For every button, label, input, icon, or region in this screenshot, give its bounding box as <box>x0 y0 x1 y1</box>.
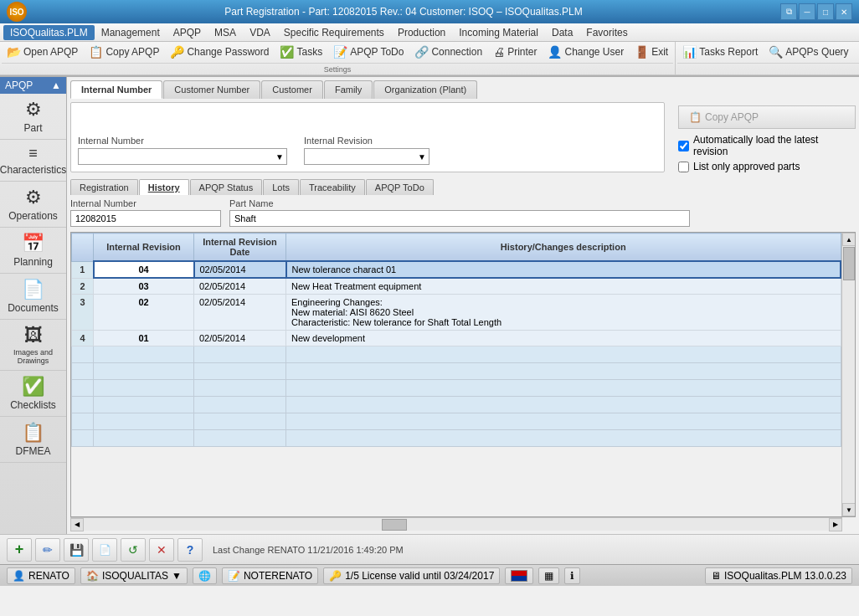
horizontal-scrollbar[interactable]: ◀ ▶ <box>70 517 842 531</box>
status-info: ℹ <box>564 567 580 584</box>
fmea-tasks-btn[interactable]: 📋FMEA Tasks <box>855 43 859 61</box>
restore-btn[interactable]: ⧉ <box>780 3 797 20</box>
barcode-icon: ▦ <box>544 570 553 582</box>
tasks-btn[interactable]: ✅Tasks <box>275 43 327 61</box>
sidebar-collapse-btn[interactable]: ▲ <box>51 80 61 91</box>
scroll-track[interactable] <box>842 246 855 503</box>
copy-apqp-toolbar-btn[interactable]: 📋Copy APQP <box>84 43 164 61</box>
scroll-down-btn[interactable]: ▼ <box>842 503 856 516</box>
sub-tab-apqp-todo[interactable]: APQP ToDo <box>366 179 434 195</box>
maximize-btn[interactable]: □ <box>817 3 834 20</box>
dropdown-arrow-icon: ▼ <box>172 570 182 582</box>
list-approved-checkbox-item[interactable]: List only approved parts <box>678 161 856 172</box>
sub-tab-lots[interactable]: Lots <box>263 179 299 195</box>
vertical-scrollbar[interactable]: ▲ ▼ <box>841 233 855 516</box>
open-apqp-btn[interactable]: 📂Open APQP <box>2 43 83 61</box>
table-row[interactable]: 2 03 02/05/2014 New Heat Treatment equip… <box>72 278 841 295</box>
help-bottom-btn[interactable]: ? <box>177 538 203 562</box>
sub-tab-traceability[interactable]: Traceability <box>300 179 365 195</box>
tasks-report-btn[interactable]: 📊Tasks Report <box>677 43 763 61</box>
tab-customer-number[interactable]: Customer Number <box>163 80 260 99</box>
checklists-icon: ✅ <box>22 376 44 398</box>
sidebar-item-documents[interactable]: 📄 Documents <box>0 274 66 320</box>
menu-incoming[interactable]: Incoming Material <box>452 25 545 40</box>
status-company[interactable]: 🏠 ISOQUALITAS ▼ <box>80 567 188 584</box>
menu-specific[interactable]: Specific Requirements <box>277 25 391 40</box>
sidebar-item-operations[interactable]: ⚙ Operations <box>0 182 66 228</box>
empty-row <box>72 380 841 397</box>
history-table: Internal Revision Internal Revision Date… <box>71 233 841 447</box>
sidebar-item-dfmea[interactable]: 📋 DFMEA <box>0 417 66 463</box>
scroll-thumb[interactable] <box>843 247 855 280</box>
tab-internal-number[interactable]: Internal Number <box>70 80 162 99</box>
version-icon: 🖥 <box>711 570 721 582</box>
tab-customer[interactable]: Customer <box>261 80 323 99</box>
printer-btn[interactable]: 🖨Printer <box>488 43 542 61</box>
status-version: 🖥 ISOQualitas.PLM 13.0.0.23 <box>705 567 852 584</box>
toolbar-settings-group: 📂Open APQP 📋Copy APQP 🔑Change Password ✅… <box>0 42 676 74</box>
apqp-todo-btn[interactable]: 📝APQP ToDo <box>328 43 409 61</box>
sidebar-item-checklists[interactable]: ✅ Checklists <box>0 371 66 417</box>
delete-btn[interactable]: ✕ <box>149 538 174 562</box>
sidebar-item-part[interactable]: ⚙ Part <box>0 94 66 140</box>
change-password-btn[interactable]: 🔑Change Password <box>165 43 274 61</box>
user-icon: 👤 <box>13 570 25 582</box>
row-rev-3: 02 <box>94 295 194 331</box>
scroll-left-btn[interactable]: ◀ <box>70 518 84 531</box>
menu-bar: ISOQualitas.PLM Management APQP MSA VDA … <box>0 23 859 42</box>
auto-load-checkbox-item[interactable]: Automatically load the latest revision <box>678 134 856 157</box>
menu-data[interactable]: Data <box>545 25 579 40</box>
internal-number-input[interactable] <box>70 210 221 227</box>
close-btn[interactable]: ✕ <box>836 3 852 20</box>
sidebar-item-characteristics[interactable]: ≡ Characteristics <box>0 140 66 182</box>
row-rev-1: 04 <box>94 261 194 278</box>
scroll-up-btn[interactable]: ▲ <box>842 233 856 246</box>
menu-favorites[interactable]: Favorites <box>579 25 634 40</box>
copy-apqp-right-btn[interactable]: 📋 Copy APQP <box>678 105 856 129</box>
scroll-h-track[interactable] <box>84 518 829 531</box>
sidebar-item-planning[interactable]: 📅 Planning <box>0 228 66 274</box>
add-btn[interactable]: + <box>7 538 32 562</box>
auto-load-checkbox[interactable] <box>678 141 689 151</box>
internal-revision-select[interactable] <box>304 148 430 165</box>
connection-btn[interactable]: 🔗Connection <box>409 43 487 61</box>
menu-isoqualitas[interactable]: ISOQualitas.PLM <box>3 25 95 40</box>
window-controls[interactable]: ⧉ ─ □ ✕ <box>780 3 852 20</box>
minimize-btn[interactable]: ─ <box>799 3 815 20</box>
apqps-query-btn[interactable]: 🔍APQPs Query <box>764 43 853 61</box>
save-btn[interactable]: 💾 <box>64 538 89 562</box>
row-date-2: 02/05/2014 <box>194 278 286 295</box>
row-num-4: 4 <box>72 331 94 346</box>
save-as-btn[interactable]: 📄 <box>92 538 117 562</box>
menu-vda[interactable]: VDA <box>243 25 277 40</box>
table-row[interactable]: 3 02 02/05/2014 Engineering Changes:New … <box>72 295 841 331</box>
edit-btn[interactable]: ✏ <box>35 538 60 562</box>
change-user-btn[interactable]: 👤Change User <box>543 43 629 61</box>
menu-msa[interactable]: MSA <box>208 25 243 40</box>
tab-family[interactable]: Family <box>324 80 373 99</box>
menu-apqp[interactable]: APQP <box>167 25 208 40</box>
menu-management[interactable]: Management <box>95 25 167 40</box>
list-approved-checkbox[interactable] <box>678 162 689 172</box>
images-icon: 🖼 <box>24 325 43 346</box>
sub-tab-history[interactable]: History <box>139 179 189 195</box>
internal-number-select[interactable] <box>78 148 287 165</box>
sub-tab-apqp-status[interactable]: APQP Status <box>190 179 263 195</box>
app-icon: ISO <box>7 2 27 22</box>
scroll-h-thumb[interactable] <box>382 519 407 531</box>
empty-row <box>72 430 841 447</box>
right-panel: 📋 Copy APQP Automatically load the lates… <box>671 102 856 176</box>
sidebar-item-images[interactable]: 🖼 Images and Drawings <box>0 320 66 371</box>
table-row[interactable]: 1 04 02/05/2014 New tolerance charact 01 <box>72 261 841 278</box>
exit-btn[interactable]: 🚪Exit <box>630 43 673 61</box>
part-name-input[interactable] <box>229 210 690 227</box>
status-world: 🌐 <box>193 567 217 584</box>
sub-tab-registration[interactable]: Registration <box>70 179 138 195</box>
menu-production[interactable]: Production <box>391 25 452 40</box>
tab-organization[interactable]: Organization (Plant) <box>373 80 477 99</box>
bottom-toolbar: + ✏ 💾 📄 ↺ ✕ ? Last Change RENATO 11/21/2… <box>0 534 859 564</box>
refresh-btn[interactable]: ↺ <box>121 538 146 562</box>
col-num <box>72 234 94 262</box>
table-row[interactable]: 4 01 02/05/2014 New development <box>72 331 841 346</box>
scroll-right-btn[interactable]: ▶ <box>829 518 842 531</box>
